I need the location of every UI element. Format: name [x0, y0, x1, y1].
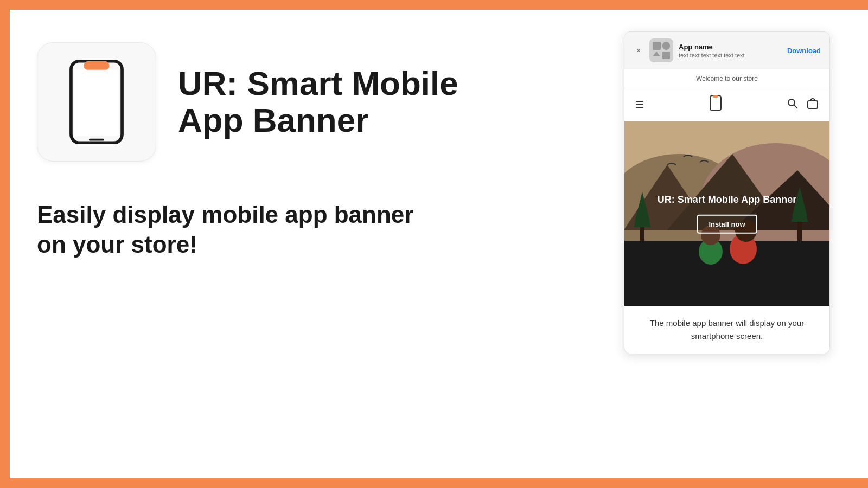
app-title: UR: Smart Mobile App Banner [178, 65, 503, 139]
welcome-bar: Welcome to our store [624, 69, 829, 88]
download-button[interactable]: Download [787, 47, 821, 55]
svg-point-6 [788, 99, 795, 106]
hero-title: UR: Smart Mobile App Banner [645, 194, 809, 206]
icon-square-1 [653, 42, 661, 50]
hero-section: UR: Smart Mobile App Banner Install now [624, 121, 829, 306]
app-icon-box [37, 42, 156, 162]
left-orange-bar [0, 0, 10, 488]
svg-rect-2 [74, 70, 119, 136]
description-section: The mobile app banner will display on yo… [624, 306, 829, 354]
right-section: × App name text text text text text text… [624, 31, 830, 354]
svg-rect-5 [713, 95, 718, 98]
left-section: UR: Smart Mobile App Banner Easily displ… [37, 31, 624, 259]
close-button[interactable]: × [633, 45, 644, 56]
store-nav: ☰ [624, 88, 829, 121]
bottom-orange-bar [0, 478, 868, 488]
install-now-button[interactable]: Install now [697, 215, 757, 234]
svg-rect-1 [84, 61, 109, 70]
phone-nav-icon [709, 95, 722, 114]
svg-rect-15 [624, 241, 829, 306]
description-text: The mobile app banner will display on yo… [633, 317, 821, 343]
search-icon[interactable] [787, 98, 798, 112]
app-icon-row: UR: Smart Mobile App Banner [37, 42, 624, 162]
app-info: App name text text text text text text [679, 43, 782, 59]
top-orange-bar [0, 0, 868, 10]
svg-rect-4 [710, 95, 721, 111]
phone-icon-svg [64, 59, 129, 145]
phone-mockup: × App name text text text text text text… [624, 31, 830, 354]
svg-rect-8 [808, 101, 818, 108]
icon-triangle [653, 52, 660, 56]
icon-square-2 [662, 52, 671, 60]
app-sub-label: text text text text text text [679, 52, 782, 59]
hero-overlay: UR: Smart Mobile App Banner Install now [645, 194, 809, 234]
hamburger-icon[interactable]: ☰ [635, 99, 644, 111]
svg-rect-3 [89, 139, 104, 141]
outer-frame: UR: Smart Mobile App Banner Easily displ… [0, 0, 868, 488]
app-icon-small [649, 38, 673, 62]
nav-right [787, 98, 819, 112]
main-content: UR: Smart Mobile App Banner Easily displ… [10, 10, 868, 478]
svg-line-7 [794, 105, 797, 108]
notification-bar: × App name text text text text text text… [624, 32, 829, 69]
tagline: Easily display mobile app banner on your… [37, 200, 417, 259]
app-name-label: App name [679, 43, 782, 51]
cart-icon[interactable] [807, 98, 819, 112]
icon-circle [662, 42, 671, 50]
